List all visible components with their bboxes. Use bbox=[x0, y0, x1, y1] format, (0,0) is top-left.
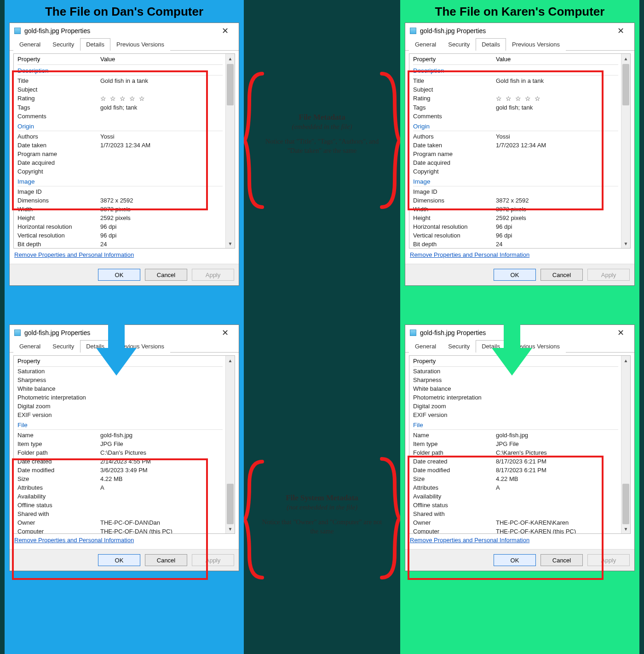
row-subject[interactable]: Subject bbox=[413, 85, 618, 94]
row-date-created[interactable]: Date created2/14/2023 4:55 PM bbox=[17, 457, 223, 466]
row-photometric[interactable]: Photometric interpretation bbox=[413, 393, 618, 402]
dialog-titlebar[interactable]: gold-fish.jpg Properties ✕ bbox=[405, 325, 634, 339]
dialog-titlebar[interactable]: gold-fish.jpg Properties ✕ bbox=[10, 23, 239, 37]
close-icon[interactable]: ✕ bbox=[611, 27, 630, 35]
cancel-button[interactable]: Cancel bbox=[145, 554, 187, 566]
tab-general[interactable]: General bbox=[409, 340, 442, 353]
row-name[interactable]: Namegold-fish.jpg bbox=[413, 431, 618, 440]
tab-general[interactable]: General bbox=[13, 38, 46, 51]
scrollbar[interactable]: ▲ ▼ bbox=[621, 356, 630, 533]
row-owner[interactable]: OwnerTHE-PC-OF-DAN\Dan bbox=[17, 518, 223, 527]
row-hres[interactable]: Horizontal resolution96 dpi bbox=[413, 222, 618, 231]
tab-general[interactable]: General bbox=[409, 38, 442, 51]
row-bit-depth[interactable]: Bit depth24 bbox=[413, 240, 618, 248]
scroll-up-icon[interactable]: ▲ bbox=[226, 54, 235, 63]
scroll-down-icon[interactable]: ▼ bbox=[226, 524, 235, 533]
row-exif[interactable]: EXIF version bbox=[17, 411, 223, 419]
scroll-down-icon[interactable]: ▼ bbox=[621, 524, 630, 533]
row-date-taken[interactable]: Date taken1/7/2023 12:34 AM bbox=[413, 141, 618, 150]
row-white-balance[interactable]: White balance bbox=[413, 384, 618, 393]
tab-security[interactable]: Security bbox=[442, 340, 476, 353]
row-size[interactable]: Size4.22 MB bbox=[413, 475, 618, 483]
scroll-thumb[interactable] bbox=[622, 484, 629, 524]
tab-previous[interactable]: Previous Versions bbox=[110, 340, 170, 353]
row-width[interactable]: Width3872 pixels bbox=[17, 205, 223, 214]
row-folder-path[interactable]: Folder pathC:\Karen's Pictures bbox=[413, 448, 618, 457]
row-tags[interactable]: Tagsgold fish; tank bbox=[17, 103, 223, 112]
apply-button[interactable]: Apply bbox=[587, 269, 630, 281]
row-width[interactable]: Width3872 pixels bbox=[413, 205, 618, 214]
row-program[interactable]: Program name bbox=[17, 150, 223, 158]
row-date-created[interactable]: Date created8/17/2023 6:21 PM bbox=[413, 457, 618, 466]
row-digital-zoom[interactable]: Digital zoom bbox=[17, 402, 223, 411]
close-icon[interactable]: ✕ bbox=[216, 27, 234, 35]
tab-previous[interactable]: Previous Versions bbox=[506, 38, 566, 51]
tab-details[interactable]: Details bbox=[80, 340, 110, 353]
row-rating[interactable]: Rating☆ ☆ ☆ ☆ ☆ bbox=[413, 94, 618, 103]
scroll-thumb[interactable] bbox=[227, 64, 234, 105]
cancel-button[interactable]: Cancel bbox=[145, 269, 187, 281]
row-photometric[interactable]: Photometric interpretation bbox=[17, 393, 223, 402]
row-authors[interactable]: AuthorsYossi bbox=[413, 132, 618, 141]
row-item-type[interactable]: Item typeJPG File bbox=[17, 440, 223, 448]
row-date-modified[interactable]: Date modified3/6/2023 3:49 PM bbox=[17, 466, 223, 475]
apply-button[interactable]: Apply bbox=[192, 269, 234, 281]
row-saturation[interactable]: Saturation bbox=[413, 367, 618, 376]
row-hres[interactable]: Horizontal resolution96 dpi bbox=[17, 222, 223, 231]
row-rating[interactable]: Rating☆ ☆ ☆ ☆ ☆ bbox=[17, 94, 223, 103]
row-comments[interactable]: Comments bbox=[413, 112, 618, 121]
close-icon[interactable]: ✕ bbox=[216, 329, 234, 337]
row-availability[interactable]: Availability bbox=[17, 492, 223, 501]
row-dimensions[interactable]: Dimensions3872 x 2592 bbox=[413, 196, 618, 205]
row-image-id[interactable]: Image ID bbox=[413, 187, 618, 196]
row-offline[interactable]: Offline status bbox=[17, 501, 223, 509]
scroll-thumb[interactable] bbox=[622, 64, 629, 105]
scroll-down-icon[interactable]: ▼ bbox=[226, 239, 235, 248]
row-sharpness[interactable]: Sharpness bbox=[413, 376, 618, 384]
ok-button[interactable]: OK bbox=[494, 554, 536, 566]
cancel-button[interactable]: Cancel bbox=[540, 269, 583, 281]
ok-button[interactable]: OK bbox=[98, 554, 140, 566]
tab-security[interactable]: Security bbox=[442, 38, 476, 51]
row-sharpness[interactable]: Sharpness bbox=[17, 376, 223, 384]
remove-properties-link[interactable]: Remove Properties and Personal Informati… bbox=[410, 537, 529, 544]
row-vres[interactable]: Vertical resolution96 dpi bbox=[413, 231, 618, 240]
row-tags[interactable]: Tagsgold fish; tank bbox=[413, 103, 618, 112]
row-digital-zoom[interactable]: Digital zoom bbox=[413, 402, 618, 411]
row-offline[interactable]: Offline status bbox=[413, 501, 618, 509]
row-attributes[interactable]: AttributesA bbox=[413, 483, 618, 492]
scroll-down-icon[interactable]: ▼ bbox=[621, 239, 630, 248]
remove-properties-link[interactable]: Remove Properties and Personal Informati… bbox=[14, 251, 134, 258]
scrollbar[interactable]: ▲ ▼ bbox=[225, 54, 235, 248]
ok-button[interactable]: OK bbox=[98, 269, 140, 281]
tab-security[interactable]: Security bbox=[46, 38, 80, 51]
row-height[interactable]: Height2592 pixels bbox=[413, 214, 618, 222]
row-height[interactable]: Height2592 pixels bbox=[17, 214, 223, 222]
row-white-balance[interactable]: White balance bbox=[17, 384, 223, 393]
row-subject[interactable]: Subject bbox=[17, 85, 223, 94]
row-image-id[interactable]: Image ID bbox=[17, 187, 223, 196]
scroll-up-icon[interactable]: ▲ bbox=[621, 54, 630, 63]
row-date-acquired[interactable]: Date acquired bbox=[413, 158, 618, 167]
scroll-thumb[interactable] bbox=[227, 484, 234, 524]
row-program[interactable]: Program name bbox=[413, 150, 618, 158]
ok-button[interactable]: OK bbox=[494, 269, 536, 281]
row-size[interactable]: Size4.22 MB bbox=[17, 475, 223, 483]
scrollbar[interactable]: ▲ ▼ bbox=[621, 54, 630, 248]
remove-properties-link[interactable]: Remove Properties and Personal Informati… bbox=[14, 537, 134, 544]
row-shared-with[interactable]: Shared with bbox=[17, 509, 223, 518]
row-saturation[interactable]: Saturation bbox=[17, 367, 223, 376]
row-folder-path[interactable]: Folder pathC:\Dan's Pictures bbox=[17, 448, 223, 457]
row-comments[interactable]: Comments bbox=[17, 112, 223, 121]
tab-general[interactable]: General bbox=[13, 340, 46, 353]
row-availability[interactable]: Availability bbox=[413, 492, 618, 501]
tab-details[interactable]: Details bbox=[80, 38, 110, 51]
scrollbar[interactable]: ▲ ▼ bbox=[225, 356, 235, 533]
tab-details[interactable]: Details bbox=[476, 340, 506, 353]
scroll-up-icon[interactable]: ▲ bbox=[621, 356, 630, 365]
tab-previous[interactable]: Previous Versions bbox=[110, 38, 170, 51]
apply-button[interactable]: Apply bbox=[587, 554, 630, 566]
row-attributes[interactable]: AttributesA bbox=[17, 483, 223, 492]
row-date-modified[interactable]: Date modified8/17/2023 6:21 PM bbox=[413, 466, 618, 475]
row-item-type[interactable]: Item typeJPG File bbox=[413, 440, 618, 448]
